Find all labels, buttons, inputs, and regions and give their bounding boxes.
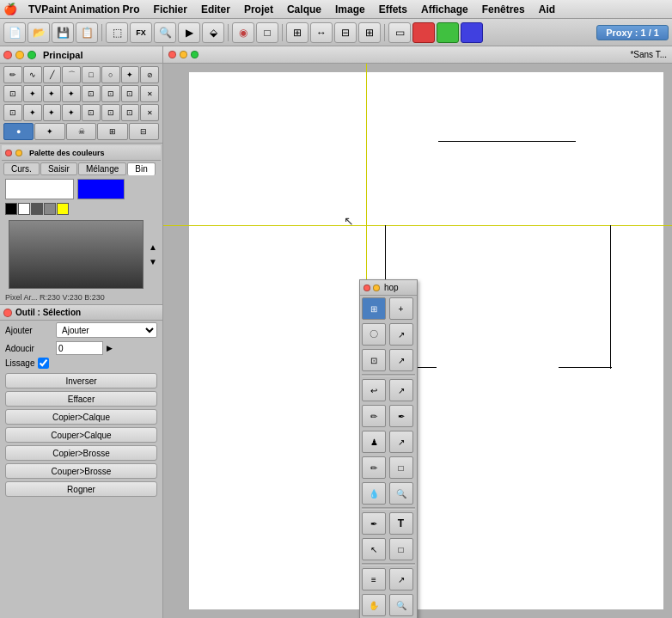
color-tl-yellow[interactable]	[15, 150, 22, 156]
shop-btn-rotate[interactable]: ↩	[362, 379, 386, 401]
color-gradient-box[interactable]	[9, 220, 144, 289]
shop-btn-arrow1[interactable]: ↗	[389, 323, 413, 346]
tab-melange[interactable]: Mélange	[78, 162, 126, 175]
swatch-gray2[interactable]	[44, 203, 56, 215]
shop-btn-magnify[interactable]: 🔍	[389, 482, 413, 505]
canvas-tl-yellow[interactable]	[180, 51, 187, 58]
toolbar-play[interactable]: ▶	[178, 22, 200, 43]
toolbar-zoom[interactable]: 🔍	[154, 22, 176, 43]
couper-brosse-btn[interactable]: Couper>Brosse	[5, 463, 157, 479]
tool-rect-draw[interactable]: □	[82, 66, 101, 83]
tool-r3-7[interactable]: ⊡	[121, 104, 140, 121]
menu-appname[interactable]: TVPaint Animation Pro	[22, 3, 146, 16]
shop-btn-arrow4[interactable]: ↗	[389, 431, 413, 453]
toolbar-save[interactable]: 💾	[52, 22, 74, 43]
tool-color-picker[interactable]: ●	[3, 123, 34, 140]
toolbar-layers[interactable]: ⬙	[202, 22, 224, 43]
swatch-black[interactable]	[5, 203, 17, 215]
menu-affichage[interactable]: Affichage	[415, 3, 474, 16]
tl-yellow[interactable]	[15, 51, 24, 59]
menu-aid[interactable]: Aid	[533, 3, 561, 16]
shop-btn-plus[interactable]: +	[389, 297, 413, 320]
apple-menu[interactable]: 🍎	[3, 3, 17, 16]
tool-sel1[interactable]: ⊡	[3, 85, 22, 102]
toolbar-copy[interactable]: 📋	[76, 22, 98, 43]
toolbar-red-fill[interactable]	[412, 22, 435, 43]
shop-btn-select[interactable]: ⊞	[362, 297, 386, 320]
toolbar-new[interactable]: 📄	[3, 22, 26, 43]
toolbar-color-wheel[interactable]: ◉	[232, 22, 254, 43]
shop-btn-pointer[interactable]: ↖	[362, 538, 386, 560]
tool-sel2[interactable]: ✦	[23, 85, 42, 102]
shop-tl-yellow[interactable]	[373, 285, 380, 291]
shop-btn-arrow2[interactable]: ↗	[389, 349, 413, 371]
toolbar-grid3[interactable]: ⊟	[334, 22, 357, 43]
shop-btn-rect2[interactable]: □	[389, 456, 413, 479]
menu-image[interactable]: Image	[329, 3, 371, 16]
copier-calque-btn[interactable]: Copier>Calque	[5, 409, 157, 425]
shop-btn-text-T[interactable]: T	[389, 512, 413, 535]
toolbar-grid4[interactable]: ⊞	[358, 22, 381, 43]
couper-calque-btn[interactable]: Couper>Calque	[5, 427, 157, 443]
toolbar-blue-fill[interactable]	[461, 22, 483, 43]
shop-btn-arrow5[interactable]: ↗	[389, 568, 413, 590]
tool-r3-3[interactable]: ✦	[43, 104, 62, 121]
tool-r3-8[interactable]: ✕	[140, 104, 159, 121]
inverser-btn[interactable]: Inverser	[5, 373, 157, 389]
tool-r3-6[interactable]: ⊡	[101, 104, 120, 121]
tool-sel8[interactable]: ✕	[140, 85, 159, 102]
tab-curseur[interactable]: Curs.	[3, 162, 40, 175]
toolbar-fx[interactable]: FX	[130, 22, 152, 43]
tool-pencil[interactable]: ✏	[3, 66, 22, 83]
shop-btn-text-tool[interactable]: ✒	[362, 512, 386, 535]
menu-effets[interactable]: Effets	[373, 3, 413, 16]
sel-smooth-input[interactable]	[56, 341, 103, 355]
toolbar-select[interactable]: ⬚	[106, 22, 128, 43]
toolbar-grid2[interactable]: ↔	[310, 22, 333, 43]
color-preview-blue[interactable]	[77, 179, 125, 199]
copier-brosse-btn[interactable]: Copier>Brosse	[5, 445, 157, 461]
sel-smooth-stepper[interactable]: ▶	[107, 344, 113, 352]
shop-btn-hand[interactable]: ✋	[362, 594, 386, 616]
shop-tl-red[interactable]	[363, 285, 370, 291]
tab-saisir[interactable]: Saisir	[40, 162, 77, 175]
tool-r3-4[interactable]: ✦	[62, 104, 81, 121]
tool-r3-1[interactable]: ⊡	[3, 104, 22, 121]
canvas-tl-green[interactable]	[191, 51, 199, 58]
canvas-tl-red[interactable]	[168, 51, 176, 58]
menu-fichier[interactable]: Fichier	[148, 3, 193, 16]
tool-grid-b[interactable]: ⊟	[129, 123, 159, 140]
shop-btn-list[interactable]: ≡	[362, 568, 386, 590]
tool-sel4[interactable]: ✦	[62, 85, 81, 102]
shop-btn-rect3[interactable]: □	[389, 538, 413, 560]
tool-grid-a[interactable]: ⊞	[97, 123, 127, 140]
menu-projet[interactable]: Projet	[238, 3, 279, 16]
toolbar-grid1[interactable]: ⊞	[286, 22, 309, 43]
tool-sel3[interactable]: ✦	[43, 85, 62, 102]
shop-btn-arrow3[interactable]: ↗	[389, 379, 413, 401]
swatch-gray1[interactable]	[31, 203, 43, 215]
shop-btn-lasso[interactable]: 〇	[362, 323, 386, 346]
tool-skull[interactable]: ☠	[66, 123, 96, 140]
menu-editer[interactable]: Editer	[195, 3, 236, 16]
shop-btn-fill[interactable]: 💧	[362, 482, 386, 505]
toolbar-open[interactable]: 📂	[27, 22, 50, 43]
color-arrow-up[interactable]: ▲	[149, 242, 157, 252]
shop-btn-transform[interactable]: ⊡	[362, 349, 386, 371]
canvas-area[interactable]: *Sans T... ↖	[163, 46, 672, 618]
swatch-white[interactable]	[18, 203, 30, 215]
tool-r3-2[interactable]: ✦	[23, 104, 42, 121]
toolbar-green-fill[interactable]	[437, 22, 459, 43]
tool-brush[interactable]: ∿	[23, 66, 42, 83]
canvas-content[interactable]: ↖ hop ⊞ + 〇 ↗ ⊡ ↗	[163, 64, 672, 618]
menu-fenetres[interactable]: Fenêtres	[476, 3, 531, 16]
rogner-btn[interactable]: Rogner	[5, 481, 157, 497]
tool-extra1[interactable]: ⊘	[140, 66, 159, 83]
color-arrow-down[interactable]: ▼	[149, 257, 157, 266]
tl-green[interactable]	[27, 51, 36, 59]
shop-btn-pen[interactable]: ✏	[362, 405, 386, 427]
shop-btn-figure[interactable]: ♟	[362, 431, 386, 453]
tool-star[interactable]: ✦	[121, 66, 140, 83]
toolbar-monitor[interactable]: ▭	[388, 22, 411, 43]
menu-calque[interactable]: Calque	[281, 3, 327, 16]
